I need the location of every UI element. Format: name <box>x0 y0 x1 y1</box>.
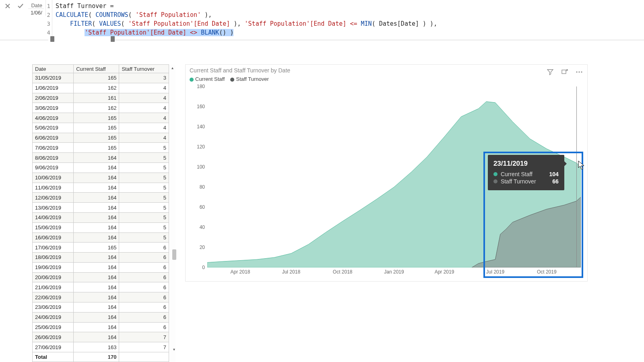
col-header-date[interactable]: Date <box>33 65 74 73</box>
svg-point-1 <box>576 71 577 72</box>
col-header-staff-turnover[interactable]: Staff Turnover <box>119 65 169 73</box>
filter-icon[interactable] <box>546 68 554 76</box>
cell-date: 9/06/2019 <box>33 163 74 173</box>
cell-date: 14/06/2019 <box>33 212 74 222</box>
y-tick: 40 <box>200 224 205 230</box>
chart-visual[interactable]: Current Staff and Staff Turnover by Date… <box>185 64 588 282</box>
cell-date: 25/06/2019 <box>33 322 74 332</box>
y-tick: 60 <box>200 204 205 210</box>
filter-panel-edge: Date 1/06/ <box>28 0 46 16</box>
y-tick: 0 <box>202 265 205 270</box>
cell-date: 15/06/2019 <box>33 222 74 232</box>
table-row[interactable]: 26/06/20191647 <box>33 332 169 342</box>
table-row[interactable]: 27/06/20191637 <box>33 342 169 352</box>
cell-staff-turnover: 6 <box>119 322 169 332</box>
chart-action-icons <box>546 68 583 76</box>
cell-current-staff: 164 <box>74 292 119 302</box>
table-row[interactable]: 7/06/20191655 <box>33 143 169 153</box>
table-row[interactable]: 16/06/20191645 <box>33 232 169 243</box>
cell-date: 16/06/2019 <box>33 232 74 243</box>
cell-staff-turnover: 7 <box>119 332 169 342</box>
focus-mode-icon[interactable] <box>561 68 569 76</box>
cell-date: 23/06/2019 <box>33 302 74 312</box>
table-row[interactable]: 23/06/20191646 <box>33 302 169 312</box>
scroll-up-icon[interactable]: ▴ <box>169 64 175 71</box>
data-table: Date Current Staff Staff Turnover 31/05/… <box>32 64 169 362</box>
range-slider[interactable] <box>48 38 113 41</box>
table-row[interactable]: 18/06/20191646 <box>33 253 169 263</box>
cell-date: 3/06/2019 <box>33 103 74 113</box>
commit-icon[interactable] <box>16 2 25 10</box>
cell-staff-turnover: 5 <box>119 203 169 213</box>
dax-editor[interactable]: Staff Turnover = CALCULATE( COUNTROWS( '… <box>52 0 644 39</box>
cell-staff-turnover: 7 <box>119 342 169 352</box>
x-tick: Oct 2018 <box>333 269 353 275</box>
cell-current-staff: 164 <box>74 163 119 173</box>
cell-date: 17/06/2019 <box>33 243 74 253</box>
report-canvas: Date Current Staff Staff Turnover 31/05/… <box>0 40 644 362</box>
legend-staff-turnover[interactable]: Staff Turnover <box>230 76 268 82</box>
cell-staff-turnover: 3 <box>119 73 169 83</box>
cell-date: 5/06/2019 <box>33 123 74 133</box>
table-row[interactable]: 4/06/20191654 <box>33 113 169 123</box>
table-row[interactable]: 8/06/20191645 <box>33 153 169 163</box>
table-row[interactable]: 5/06/20191654 <box>33 123 169 133</box>
cell-staff-turnover: 4 <box>119 123 169 133</box>
y-tick: 120 <box>197 144 205 150</box>
range-slider-handle-right[interactable] <box>111 36 115 42</box>
table-row[interactable]: 1/06/20191624 <box>33 83 169 93</box>
table-row[interactable]: 13/06/20191645 <box>33 203 169 213</box>
table-row[interactable]: 24/06/20191646 <box>33 312 169 322</box>
table-row[interactable]: 12/06/20191645 <box>33 193 169 203</box>
cell-current-staff: 162 <box>74 103 119 113</box>
formula-bar: Date 1/06/ 1 2 3 4 Staff Turnover = CALC… <box>0 0 644 40</box>
table-row[interactable]: 6/06/20191654 <box>33 133 169 143</box>
cell-date: 26/06/2019 <box>33 332 74 342</box>
x-tick: Apr 2018 <box>231 269 250 275</box>
table-visual[interactable]: Date Current Staff Staff Turnover 31/05/… <box>32 64 177 362</box>
table-row[interactable]: 10/06/20191645 <box>33 173 169 183</box>
cell-current-staff: 164 <box>74 232 119 243</box>
scroll-down-icon[interactable]: ▾ <box>171 346 177 352</box>
cell-current-staff: 165 <box>74 113 119 123</box>
cell-current-staff: 165 <box>74 143 119 153</box>
cell-current-staff: 164 <box>74 332 119 342</box>
formula-bg-column-value: 1/06/ <box>28 8 44 16</box>
legend-current-staff[interactable]: Current Staff <box>190 76 225 82</box>
cell-staff-turnover: 6 <box>119 302 169 312</box>
table-row[interactable]: 31/05/20191653 <box>33 73 169 83</box>
table-row[interactable]: 14/06/20191645 <box>33 212 169 222</box>
table-row[interactable]: 25/06/20191646 <box>33 322 169 332</box>
cancel-icon[interactable] <box>3 2 12 10</box>
table-scrollbar[interactable]: ▴ <box>169 64 175 362</box>
cell-date: 20/06/2019 <box>33 272 74 282</box>
table-row[interactable]: 11/06/20191645 <box>33 183 169 193</box>
svg-point-2 <box>578 71 580 72</box>
cell-current-staff: 165 <box>74 133 119 143</box>
more-options-icon[interactable] <box>575 68 583 76</box>
table-row[interactable]: 9/06/20191645 <box>33 163 169 173</box>
table-row[interactable]: 21/06/20191646 <box>33 282 169 292</box>
cell-current-staff: 164 <box>74 173 119 183</box>
cell-staff-turnover: 5 <box>119 153 169 163</box>
cell-date: 18/06/2019 <box>33 253 74 263</box>
col-header-current-staff[interactable]: Current Staff <box>74 65 119 73</box>
cell-date: 10/06/2019 <box>33 173 74 183</box>
cell-current-staff: 164 <box>74 212 119 222</box>
cell-current-staff: 164 <box>74 272 119 282</box>
scroll-thumb[interactable] <box>172 249 176 260</box>
svg-rect-0 <box>562 70 566 74</box>
table-row[interactable]: 19/06/20191646 <box>33 262 169 272</box>
svg-point-3 <box>581 71 582 72</box>
table-row[interactable]: 22/06/20191646 <box>33 292 169 302</box>
cell-current-staff: 164 <box>74 222 119 232</box>
cell-date: 21/06/2019 <box>33 282 74 292</box>
y-axis: 020406080100120140160180 <box>186 86 207 267</box>
table-row[interactable]: 20/06/20191646 <box>33 272 169 282</box>
cell-date: 7/06/2019 <box>33 143 74 153</box>
range-slider-handle-left[interactable] <box>50 36 54 42</box>
table-row[interactable]: 15/06/20191645 <box>33 222 169 232</box>
table-row[interactable]: 3/06/20191624 <box>33 103 169 113</box>
table-row[interactable]: 2/06/20191614 <box>33 93 169 103</box>
table-row[interactable]: 17/06/20191656 <box>33 243 169 253</box>
